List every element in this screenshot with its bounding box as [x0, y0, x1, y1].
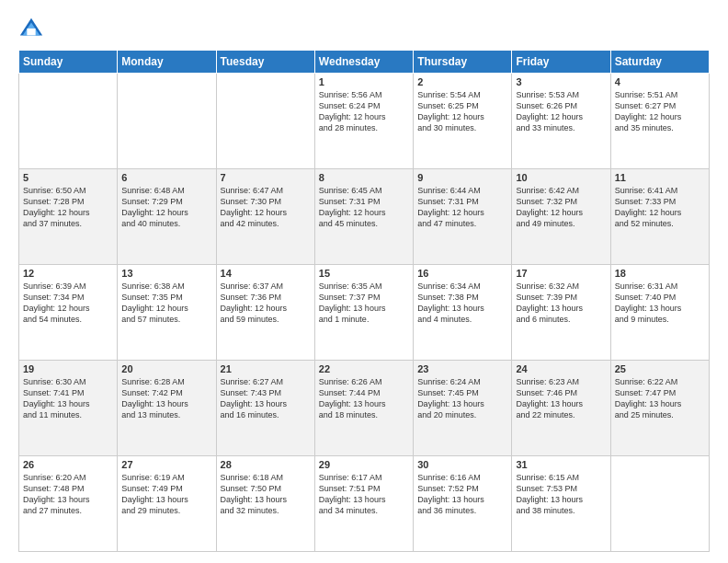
calendar-cell: 22Sunrise: 6:26 AM Sunset: 7:44 PM Dayli…: [314, 361, 413, 456]
day-number: 18: [615, 268, 705, 279]
day-info: Sunrise: 6:15 AM Sunset: 7:53 PM Dayligh…: [516, 472, 606, 517]
day-info: Sunrise: 6:38 AM Sunset: 7:35 PM Dayligh…: [121, 281, 211, 326]
calendar-cell: 21Sunrise: 6:27 AM Sunset: 7:43 PM Dayli…: [216, 361, 314, 456]
day-number: 21: [221, 363, 311, 374]
calendar-cell: 30Sunrise: 6:16 AM Sunset: 7:52 PM Dayli…: [414, 456, 512, 552]
day-number: 19: [23, 363, 113, 374]
day-number: 12: [23, 268, 113, 279]
calendar-cell: 18Sunrise: 6:31 AM Sunset: 7:40 PM Dayli…: [610, 265, 709, 361]
calendar-cell: 20Sunrise: 6:28 AM Sunset: 7:42 PM Dayli…: [118, 361, 216, 456]
calendar-cell: 8Sunrise: 6:45 AM Sunset: 7:31 PM Daylig…: [314, 169, 413, 265]
day-info: Sunrise: 6:39 AM Sunset: 7:34 PM Dayligh…: [23, 281, 113, 326]
day-info: Sunrise: 6:26 AM Sunset: 7:44 PM Dayligh…: [319, 376, 409, 421]
day-number: 28: [221, 459, 311, 470]
day-info: Sunrise: 6:20 AM Sunset: 7:48 PM Dayligh…: [23, 472, 113, 517]
day-info: Sunrise: 6:34 AM Sunset: 7:38 PM Dayligh…: [417, 281, 507, 326]
day-number: 13: [121, 268, 211, 279]
day-number: 1: [319, 76, 409, 87]
calendar-cell: 25Sunrise: 6:22 AM Sunset: 7:47 PM Dayli…: [610, 361, 709, 456]
calendar-table: SundayMondayTuesdayWednesdayThursdayFrid…: [18, 50, 710, 552]
calendar-cell: 28Sunrise: 6:18 AM Sunset: 7:50 PM Dayli…: [216, 456, 314, 552]
day-number: 20: [121, 363, 211, 374]
day-info: Sunrise: 6:44 AM Sunset: 7:31 PM Dayligh…: [417, 185, 507, 230]
day-number: 9: [417, 172, 507, 183]
calendar-week-5: 26Sunrise: 6:20 AM Sunset: 7:48 PM Dayli…: [19, 456, 710, 552]
weekday-header-monday: Monday: [118, 51, 216, 74]
day-info: Sunrise: 6:28 AM Sunset: 7:42 PM Dayligh…: [121, 376, 211, 421]
logo: [18, 15, 48, 40]
weekday-header-saturday: Saturday: [610, 51, 709, 74]
calendar-cell: 10Sunrise: 6:42 AM Sunset: 7:32 PM Dayli…: [512, 169, 610, 265]
day-number: 27: [121, 459, 211, 470]
day-number: 25: [615, 363, 705, 374]
calendar-cell: 4Sunrise: 5:51 AM Sunset: 6:27 PM Daylig…: [610, 74, 709, 169]
calendar-cell: 31Sunrise: 6:15 AM Sunset: 7:53 PM Dayli…: [512, 456, 610, 552]
day-info: Sunrise: 6:17 AM Sunset: 7:51 PM Dayligh…: [319, 472, 409, 517]
calendar-cell: 5Sunrise: 6:50 AM Sunset: 7:28 PM Daylig…: [19, 169, 118, 265]
calendar-week-1: 1Sunrise: 5:56 AM Sunset: 6:24 PM Daylig…: [19, 74, 710, 169]
day-info: Sunrise: 6:27 AM Sunset: 7:43 PM Dayligh…: [221, 376, 311, 421]
day-number: 6: [121, 172, 211, 183]
calendar-cell: [216, 74, 314, 169]
calendar-cell: 23Sunrise: 6:24 AM Sunset: 7:45 PM Dayli…: [414, 361, 512, 456]
day-info: Sunrise: 5:53 AM Sunset: 6:26 PM Dayligh…: [516, 89, 606, 134]
day-number: 16: [417, 268, 507, 279]
day-number: 22: [319, 363, 409, 374]
day-number: 29: [319, 459, 409, 470]
calendar-cell: 26Sunrise: 6:20 AM Sunset: 7:48 PM Dayli…: [19, 456, 118, 552]
weekday-header-row: SundayMondayTuesdayWednesdayThursdayFrid…: [19, 51, 710, 74]
weekday-header-wednesday: Wednesday: [314, 51, 413, 74]
day-info: Sunrise: 5:54 AM Sunset: 6:25 PM Dayligh…: [417, 89, 507, 134]
day-number: 11: [615, 172, 705, 183]
day-info: Sunrise: 6:35 AM Sunset: 7:37 PM Dayligh…: [319, 281, 409, 326]
day-number: 31: [516, 459, 606, 470]
calendar-cell: 12Sunrise: 6:39 AM Sunset: 7:34 PM Dayli…: [19, 265, 118, 361]
day-number: 26: [23, 459, 113, 470]
calendar-week-3: 12Sunrise: 6:39 AM Sunset: 7:34 PM Dayli…: [19, 265, 710, 361]
day-number: 23: [417, 363, 507, 374]
header: [18, 15, 710, 40]
day-info: Sunrise: 6:31 AM Sunset: 7:40 PM Dayligh…: [615, 281, 705, 326]
day-number: 30: [417, 459, 507, 470]
day-number: 24: [516, 363, 606, 374]
calendar-cell: 1Sunrise: 5:56 AM Sunset: 6:24 PM Daylig…: [314, 74, 413, 169]
calendar-cell: 9Sunrise: 6:44 AM Sunset: 7:31 PM Daylig…: [414, 169, 512, 265]
weekday-header-sunday: Sunday: [19, 51, 118, 74]
day-info: Sunrise: 6:23 AM Sunset: 7:46 PM Dayligh…: [516, 376, 606, 421]
day-number: 8: [319, 172, 409, 183]
logo-icon: [18, 15, 44, 40]
calendar-cell: 17Sunrise: 6:32 AM Sunset: 7:39 PM Dayli…: [512, 265, 610, 361]
day-info: Sunrise: 6:32 AM Sunset: 7:39 PM Dayligh…: [516, 281, 606, 326]
calendar-cell: 14Sunrise: 6:37 AM Sunset: 7:36 PM Dayli…: [216, 265, 314, 361]
day-info: Sunrise: 6:47 AM Sunset: 7:30 PM Dayligh…: [221, 185, 311, 230]
page: SundayMondayTuesdayWednesdayThursdayFrid…: [0, 0, 728, 563]
day-info: Sunrise: 6:16 AM Sunset: 7:52 PM Dayligh…: [417, 472, 507, 517]
day-info: Sunrise: 5:56 AM Sunset: 6:24 PM Dayligh…: [319, 89, 409, 134]
day-number: 3: [516, 76, 606, 87]
calendar-cell: 24Sunrise: 6:23 AM Sunset: 7:46 PM Dayli…: [512, 361, 610, 456]
calendar-cell: 11Sunrise: 6:41 AM Sunset: 7:33 PM Dayli…: [610, 169, 709, 265]
day-info: Sunrise: 6:24 AM Sunset: 7:45 PM Dayligh…: [417, 376, 507, 421]
calendar-cell: 3Sunrise: 5:53 AM Sunset: 6:26 PM Daylig…: [512, 74, 610, 169]
weekday-header-friday: Friday: [512, 51, 610, 74]
day-info: Sunrise: 6:19 AM Sunset: 7:49 PM Dayligh…: [121, 472, 211, 517]
day-info: Sunrise: 6:42 AM Sunset: 7:32 PM Dayligh…: [516, 185, 606, 230]
calendar-cell: 27Sunrise: 6:19 AM Sunset: 7:49 PM Dayli…: [118, 456, 216, 552]
day-info: Sunrise: 5:51 AM Sunset: 6:27 PM Dayligh…: [615, 89, 705, 134]
calendar-week-2: 5Sunrise: 6:50 AM Sunset: 7:28 PM Daylig…: [19, 169, 710, 265]
day-number: 7: [221, 172, 311, 183]
day-info: Sunrise: 6:41 AM Sunset: 7:33 PM Dayligh…: [615, 185, 705, 230]
day-info: Sunrise: 6:37 AM Sunset: 7:36 PM Dayligh…: [221, 281, 311, 326]
svg-rect-2: [27, 29, 35, 35]
calendar-cell: 7Sunrise: 6:47 AM Sunset: 7:30 PM Daylig…: [216, 169, 314, 265]
day-number: 2: [417, 76, 507, 87]
day-number: 4: [615, 76, 705, 87]
calendar-cell: 2Sunrise: 5:54 AM Sunset: 6:25 PM Daylig…: [414, 74, 512, 169]
day-number: 14: [221, 268, 311, 279]
calendar-cell: 29Sunrise: 6:17 AM Sunset: 7:51 PM Dayli…: [314, 456, 413, 552]
day-info: Sunrise: 6:50 AM Sunset: 7:28 PM Dayligh…: [23, 185, 113, 230]
day-number: 10: [516, 172, 606, 183]
day-info: Sunrise: 6:30 AM Sunset: 7:41 PM Dayligh…: [23, 376, 113, 421]
day-info: Sunrise: 6:22 AM Sunset: 7:47 PM Dayligh…: [615, 376, 705, 421]
calendar-cell: 13Sunrise: 6:38 AM Sunset: 7:35 PM Dayli…: [118, 265, 216, 361]
